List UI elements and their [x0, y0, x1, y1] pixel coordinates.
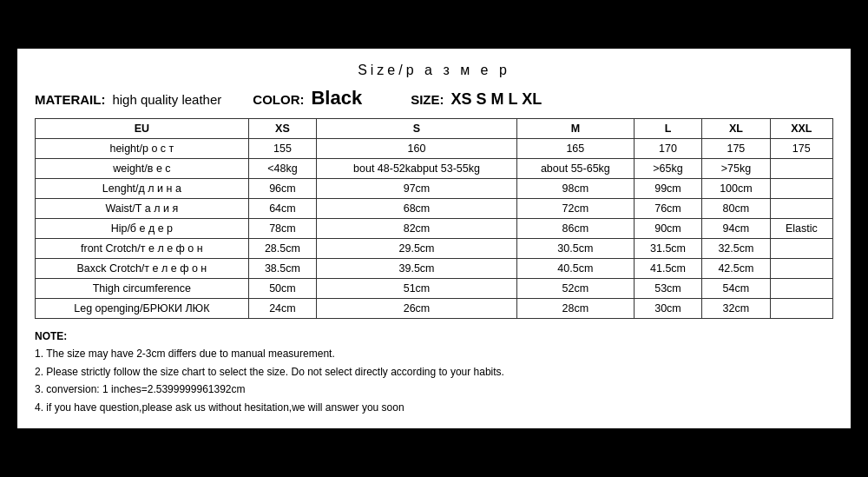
table-cell [770, 279, 832, 299]
table-cell: 64cm [248, 199, 316, 219]
table-cell: 42.5cm [702, 259, 770, 279]
table-cell: 32.5cm [702, 239, 770, 259]
table-cell: 68cm [317, 199, 517, 219]
size-table: EUXSSMLXLXXLheight/р о с т15516016517017… [35, 118, 833, 319]
table-cell: 40.5cm [516, 259, 634, 279]
table-cell: 165 [516, 139, 634, 159]
color-label: COLOR: [253, 92, 304, 107]
table-cell: 29.5cm [317, 239, 517, 259]
table-cell: 160 [317, 139, 517, 159]
table-cell [770, 259, 832, 279]
table-cell: 94cm [702, 219, 770, 239]
table-cell: 32cm [702, 299, 770, 319]
material-row: MATERAIL: high quality leather COLOR: Bl… [35, 87, 833, 109]
main-container: Size/р а з м е р MATERAIL: high quality … [17, 49, 851, 428]
table-row: front Crotch/т е л е ф о н28.5cm29.5cm30… [36, 239, 833, 259]
table-row: weight/в е с<48kgbout 48-52kabput 53-55k… [36, 159, 833, 179]
row-label: Leg openging/БРЮКИ ЛЮК [36, 299, 249, 319]
table-cell: 99cm [634, 179, 701, 199]
row-label: Hip/б е д е р [36, 219, 249, 239]
table-cell: >75kg [702, 159, 770, 179]
table-cell [770, 179, 832, 199]
table-cell: 72cm [516, 199, 634, 219]
note-item: 1. The size may have 2-3cm differs due t… [35, 345, 833, 362]
table-header: XL [702, 119, 770, 139]
table-cell: 30.5cm [516, 239, 634, 259]
table-cell: 41.5cm [634, 259, 701, 279]
table-cell: 28.5cm [248, 239, 316, 259]
table-cell: 54cm [702, 279, 770, 299]
size-value: XS S M L XL [451, 90, 542, 109]
table-cell [770, 159, 832, 179]
table-cell: 80cm [702, 199, 770, 219]
table-cell: 78cm [248, 219, 316, 239]
material-label: MATERAIL: [35, 92, 105, 107]
table-row: Leg openging/БРЮКИ ЛЮК24cm26cm28cm30cm32… [36, 299, 833, 319]
table-header: M [516, 119, 634, 139]
table-cell: Elastic [770, 219, 832, 239]
table-cell: 82cm [317, 219, 517, 239]
row-label: Baxck Crotch/т е л е ф о н [36, 259, 249, 279]
table-cell: 175 [702, 139, 770, 159]
table-cell: 175 [770, 139, 832, 159]
row-label: front Crotch/т е л е ф о н [36, 239, 249, 259]
table-cell: 28cm [516, 299, 634, 319]
table-cell: bout 48-52kabput 53-55kg [317, 159, 517, 179]
table-cell: 86cm [516, 219, 634, 239]
row-label: Lenght/д л и н а [36, 179, 249, 199]
table-header: XS [248, 119, 316, 139]
table-cell: 31.5cm [634, 239, 701, 259]
table-cell: 39.5cm [317, 259, 517, 279]
row-label: height/р о с т [36, 139, 249, 159]
table-cell: 52cm [516, 279, 634, 299]
table-row: Thigh circumference50cm51cm52cm53cm54cm [36, 279, 833, 299]
table-cell: 170 [634, 139, 701, 159]
table-row: Baxck Crotch/т е л е ф о н38.5cm39.5cm40… [36, 259, 833, 279]
table-cell: 53cm [634, 279, 701, 299]
table-cell: 97cm [317, 179, 517, 199]
table-row: Waist/Т а л и я64cm68cm72cm76cm80cm [36, 199, 833, 219]
table-header: EU [36, 119, 249, 139]
table-cell [770, 239, 832, 259]
table-header: L [634, 119, 701, 139]
table-header: XXL [770, 119, 832, 139]
size-label: SIZE: [411, 92, 444, 107]
table-cell: <48kg [248, 159, 316, 179]
row-label: Thigh circumference [36, 279, 249, 299]
table-cell: >65kg [634, 159, 701, 179]
table-cell: about 55-65kg [516, 159, 634, 179]
material-value: high quality leather [112, 92, 221, 107]
color-value: Black [311, 87, 362, 109]
note-item: 4. if you have question,please ask us wi… [35, 399, 833, 416]
table-cell: 50cm [248, 279, 316, 299]
row-label: weight/в е с [36, 159, 249, 179]
table-cell [770, 299, 832, 319]
table-row: Hip/б е д е р78cm82cm86cm90cm94cmElastic [36, 219, 833, 239]
table-cell: 24cm [248, 299, 316, 319]
table-cell [770, 199, 832, 219]
notes-title: NOTE: [35, 328, 833, 345]
table-cell: 76cm [634, 199, 701, 219]
notes-section: NOTE: 1. The size may have 2-3cm differs… [35, 328, 833, 416]
table-cell: 90cm [634, 219, 701, 239]
note-item: 2. Please strictly follow the size chart… [35, 363, 833, 381]
note-item: 3. conversion: 1 inches=2.5399999961392c… [35, 381, 833, 398]
table-row: Lenght/д л и н а96cm97cm98cm99cm100cm [36, 179, 833, 199]
table-cell: 26cm [317, 299, 517, 319]
table-cell: 51cm [317, 279, 517, 299]
page-title: Size/р а з м е р [35, 63, 833, 78]
table-cell: 38.5cm [248, 259, 316, 279]
table-cell: 30cm [634, 299, 701, 319]
row-label: Waist/Т а л и я [36, 199, 249, 219]
table-header: S [317, 119, 517, 139]
table-cell: 96cm [248, 179, 316, 199]
table-cell: 100cm [702, 179, 770, 199]
table-cell: 98cm [516, 179, 634, 199]
table-cell: 155 [248, 139, 316, 159]
table-row: height/р о с т155160165170175175 [36, 139, 833, 159]
